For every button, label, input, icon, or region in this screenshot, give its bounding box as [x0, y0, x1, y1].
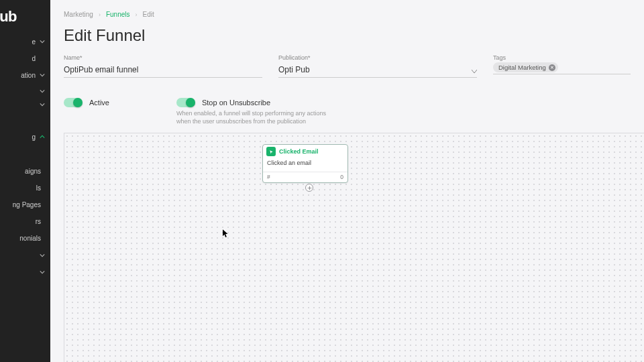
chevron-right-icon: › [99, 11, 101, 18]
name-field: Name* [64, 54, 262, 78]
sidebar-sub-landing-pages[interactable]: ng Pages [0, 198, 50, 210]
sidebar-item-label: d [0, 55, 36, 62]
chevron-down-icon [40, 253, 45, 258]
caret-down-icon [472, 66, 477, 76]
active-toggle-label: Active [89, 99, 109, 107]
sidebar-nav: e d ation g aigns ls ng Pages rs non [0, 35, 50, 282]
sidebar-sub-funnels[interactable]: ls [0, 182, 50, 194]
tag-remove-icon[interactable]: ✕ [549, 64, 555, 71]
chevron-down-icon [40, 269, 45, 275]
node-foot-left: # [267, 174, 270, 180]
node-foot-right: 0 [340, 174, 343, 180]
chevron-up-icon [40, 134, 45, 139]
add-node-button[interactable] [305, 184, 313, 192]
sidebar-item-2[interactable]: ation [0, 68, 50, 82]
sidebar-sub-label: ng Pages [0, 201, 41, 208]
publication-label: Publication* [278, 54, 477, 61]
stop-toggle-label: Stop on Unsubscribe [202, 99, 270, 107]
funnel-canvas[interactable]: Clicked Email Clicked an email # 0 [64, 133, 644, 362]
sidebar-item-4[interactable] [0, 98, 50, 111]
name-input[interactable] [64, 62, 262, 78]
chevron-down-icon [40, 72, 45, 78]
funnel-node-clicked-email[interactable]: Clicked Email Clicked an email # 0 [262, 144, 348, 183]
sidebar-item-marketing[interactable]: g [0, 130, 50, 143]
sidebar: Pub e d ation g aigns ls ng Pages [0, 0, 50, 362]
sidebar-item-label: e [0, 38, 36, 46]
stop-toggle-help: When enabled, a funnel will stop perform… [176, 110, 331, 125]
tag-label: Digital Marketing [498, 64, 546, 71]
node-footer: # 0 [263, 172, 347, 182]
publication-field: Publication* Opti Pub [278, 54, 477, 78]
node-header: Clicked Email [263, 145, 347, 158]
sidebar-sub-label: rs [0, 218, 41, 225]
tags-input[interactable]: Digital Marketing ✕ [493, 62, 631, 74]
breadcrumb: Marketing › Funnels › Edit [50, 0, 644, 23]
tag-chip: Digital Marketing ✕ [493, 62, 558, 72]
sidebar-item-3[interactable] [0, 84, 50, 98]
sidebar-sub-label: ls [0, 184, 41, 192]
sidebar-subnav: aigns ls ng Pages rs nonials [0, 165, 50, 244]
chevron-down-icon [40, 88, 45, 94]
node-body: Clicked an email [263, 158, 347, 172]
sidebar-item-0[interactable]: e [0, 35, 50, 48]
breadcrumb-marketing[interactable]: Marketing [64, 11, 93, 18]
tags-field: Tags Digital Marketing ✕ [493, 54, 631, 78]
sidebar-item-tail-1[interactable] [0, 265, 50, 279]
stop-on-unsubscribe-toggle[interactable] [176, 98, 195, 107]
tags-label: Tags [493, 54, 631, 61]
chevron-down-icon [40, 102, 45, 107]
sidebar-item-tail-0[interactable] [0, 249, 50, 262]
form-row: Name* Publication* Opti Pub Tags Digital… [50, 54, 644, 86]
sidebar-item-1[interactable]: d [0, 52, 50, 65]
sidebar-sub-campaigns[interactable]: aigns [0, 165, 50, 177]
main-content: Marketing › Funnels › Edit Edit Funnel N… [50, 0, 644, 362]
click-icon [266, 147, 276, 156]
active-toggle[interactable] [64, 98, 83, 107]
toggle-row: Active Stop on Unsubscribe When enabled,… [50, 86, 644, 129]
publication-value: Opti Pub [278, 65, 310, 74]
logo: Pub [0, 8, 17, 25]
sidebar-sub-testimonials[interactable]: nonials [0, 232, 50, 244]
sidebar-sub-offers[interactable]: rs [0, 215, 50, 227]
active-toggle-block: Active [64, 98, 109, 107]
name-label: Name* [64, 54, 262, 61]
toggle-knob [73, 98, 83, 107]
spacer-icon [40, 56, 45, 61]
breadcrumb-edit: Edit [142, 11, 154, 18]
toggle-knob [186, 98, 195, 107]
stop-toggle-block: Stop on Unsubscribe When enabled, a funn… [176, 98, 331, 125]
breadcrumb-funnels[interactable]: Funnels [106, 11, 130, 18]
sidebar-item-label: g [0, 133, 36, 141]
sidebar-sub-label: aigns [0, 168, 41, 175]
chevron-right-icon: › [135, 11, 137, 18]
sidebar-item-label: ation [0, 72, 36, 79]
sidebar-sub-label: nonials [0, 235, 41, 242]
node-title: Clicked Email [279, 148, 319, 155]
chevron-down-icon [40, 39, 45, 44]
publication-select[interactable]: Opti Pub [278, 62, 477, 78]
page-title: Edit Funnel [50, 23, 644, 54]
